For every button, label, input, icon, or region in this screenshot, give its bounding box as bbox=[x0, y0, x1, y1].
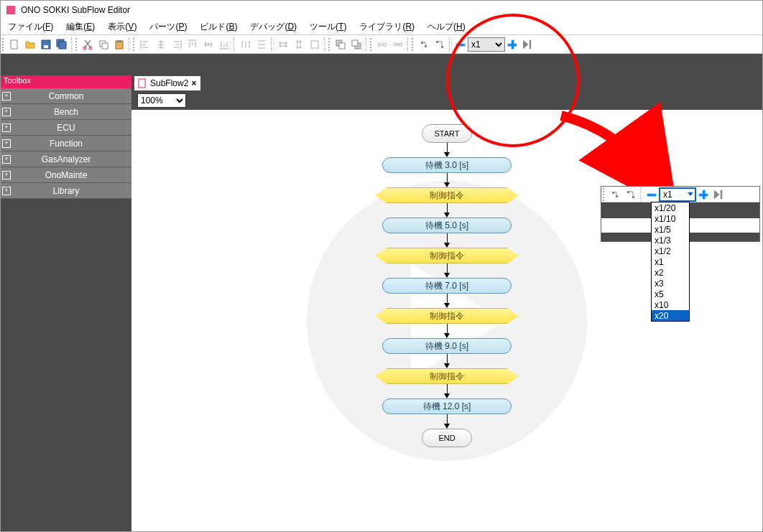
align-right-icon[interactable] bbox=[169, 37, 185, 52]
tab-subflow2[interactable]: SubFlow2 × bbox=[134, 76, 200, 90]
toolbox-item-bench[interactable]: +Bench bbox=[1, 104, 131, 120]
step-icon[interactable] bbox=[607, 187, 623, 202]
arrow-icon bbox=[444, 173, 450, 187]
tab-label: SubFlow2 bbox=[150, 78, 188, 88]
arrow-icon bbox=[444, 294, 450, 308]
new-file-icon[interactable] bbox=[6, 37, 22, 52]
send-back-icon[interactable] bbox=[348, 37, 364, 52]
command-node[interactable]: 制御指令 bbox=[375, 368, 519, 384]
bring-front-icon[interactable] bbox=[333, 37, 348, 52]
command-node[interactable]: 制御指令 bbox=[375, 308, 519, 324]
speed-option[interactable]: x3 bbox=[652, 278, 689, 289]
copy-icon[interactable] bbox=[96, 37, 111, 52]
toolbox-item-library[interactable]: +Library bbox=[1, 183, 131, 199]
align-center-h-icon[interactable] bbox=[153, 37, 169, 52]
process-node[interactable]: 待機 7.0 [s] bbox=[382, 278, 512, 294]
menu-file[interactable]: ファイル(F) bbox=[4, 19, 57, 34]
expand-icon[interactable]: + bbox=[2, 92, 11, 101]
menu-help[interactable]: ヘルプ(H) bbox=[423, 19, 470, 34]
svg-rect-37 bbox=[703, 190, 706, 199]
speed-option[interactable]: x1/2 bbox=[652, 246, 689, 256]
distribute-v-icon[interactable] bbox=[254, 37, 269, 52]
process-node[interactable]: 待機 3.0 [s] bbox=[382, 157, 512, 173]
step-forward-icon[interactable] bbox=[519, 37, 534, 52]
speed-minus-button[interactable] bbox=[453, 37, 468, 52]
tab-close-button[interactable]: × bbox=[191, 78, 196, 88]
same-height-icon[interactable] bbox=[291, 37, 307, 52]
expand-icon[interactable]: + bbox=[2, 139, 11, 148]
titlebar: ONO SOKKI SubFlow Editor bbox=[1, 1, 762, 19]
distribute-h-icon[interactable] bbox=[238, 37, 254, 52]
menu-edit[interactable]: 編集(E) bbox=[62, 19, 99, 34]
start-node[interactable]: START bbox=[422, 124, 472, 143]
speed-plus-button[interactable] bbox=[505, 37, 519, 52]
speed-minus-button[interactable] bbox=[644, 187, 659, 202]
command-node[interactable]: 制御指令 bbox=[375, 187, 519, 203]
speed-option[interactable]: x1/20 bbox=[652, 202, 689, 213]
speed-select[interactable]: x1 bbox=[468, 37, 505, 52]
toolbox-panel: Toolbox +Common +Bench +ECU +Function +G… bbox=[1, 75, 131, 531]
chevron-down-icon bbox=[688, 192, 693, 196]
step2-icon[interactable] bbox=[623, 187, 639, 202]
same-width-icon[interactable] bbox=[275, 37, 291, 52]
end-node[interactable]: END bbox=[422, 429, 472, 447]
speed-option[interactable]: x1/10 bbox=[652, 213, 689, 224]
same-size-icon[interactable] bbox=[307, 37, 323, 52]
speed-option[interactable]: x2 bbox=[652, 267, 689, 278]
menu-build[interactable]: ビルド(B) bbox=[195, 19, 241, 34]
open-folder-icon[interactable] bbox=[22, 37, 38, 52]
menubar: ファイル(F) 編集(E) 表示(V) パーツ(P) ビルド(B) デバッグ(D… bbox=[1, 19, 762, 35]
toolbox-item-onomainte[interactable]: +OnoMainte bbox=[1, 167, 131, 183]
expand-icon[interactable]: + bbox=[2, 187, 11, 195]
menu-tool[interactable]: ツール(T) bbox=[305, 19, 351, 34]
svg-rect-14 bbox=[339, 43, 345, 49]
align-bottom-icon[interactable] bbox=[216, 37, 232, 52]
align-middle-v-icon[interactable] bbox=[200, 37, 216, 52]
step-icon[interactable] bbox=[416, 37, 432, 52]
zoom-select[interactable]: 100% bbox=[137, 93, 186, 108]
toolbox-item-function[interactable]: +Function bbox=[1, 136, 131, 151]
svg-rect-33 bbox=[627, 191, 629, 193]
speed-option-highlighted[interactable]: x20 bbox=[652, 310, 689, 321]
link1-icon[interactable] bbox=[374, 37, 390, 52]
save-icon[interactable] bbox=[38, 37, 54, 52]
speed-option[interactable]: x1/5 bbox=[652, 224, 689, 235]
link2-icon[interactable] bbox=[390, 37, 406, 52]
cut-icon[interactable] bbox=[80, 37, 96, 52]
document-icon bbox=[137, 78, 147, 88]
align-left-icon[interactable] bbox=[137, 37, 153, 52]
step-forward-icon[interactable] bbox=[711, 187, 725, 202]
toolbox-item-gasanalyzer[interactable]: +GasAnalyzer bbox=[1, 151, 131, 167]
process-node[interactable]: 待機 5.0 [s] bbox=[382, 218, 512, 233]
step2-icon[interactable] bbox=[432, 37, 448, 52]
arrow-icon bbox=[444, 384, 450, 398]
speed-option[interactable]: x10 bbox=[652, 299, 689, 310]
speed-option[interactable]: x1/3 bbox=[652, 235, 689, 246]
command-node[interactable]: 制御指令 bbox=[375, 248, 519, 263]
svg-rect-24 bbox=[436, 41, 438, 43]
expand-icon[interactable]: + bbox=[2, 123, 11, 132]
menu-debug[interactable]: デバッグ(D) bbox=[246, 19, 301, 34]
speed-plus-button[interactable] bbox=[696, 187, 711, 202]
arrow-icon bbox=[444, 143, 450, 157]
arrow-icon bbox=[444, 233, 450, 248]
arrow-icon bbox=[444, 414, 450, 429]
svg-rect-18 bbox=[383, 43, 387, 46]
expand-icon[interactable]: + bbox=[2, 155, 11, 164]
process-node[interactable]: 待機 12.0 [s] bbox=[382, 398, 512, 414]
toolbox-item-ecu[interactable]: +ECU bbox=[1, 120, 131, 136]
save-all-icon[interactable] bbox=[54, 37, 70, 52]
speed-option[interactable]: x1 bbox=[652, 256, 689, 267]
speed-option[interactable]: x5 bbox=[652, 289, 689, 299]
menu-library[interactable]: ライブラリ(R) bbox=[355, 19, 419, 34]
menu-view[interactable]: 表示(V) bbox=[103, 19, 141, 34]
expand-icon[interactable]: + bbox=[2, 171, 11, 179]
zoom-bar: 100% bbox=[131, 91, 762, 110]
paste-icon[interactable] bbox=[111, 37, 127, 52]
expand-icon[interactable]: + bbox=[2, 108, 11, 116]
speed-select-open[interactable]: x1 bbox=[659, 187, 696, 202]
process-node[interactable]: 待機 9.0 [s] bbox=[382, 338, 512, 354]
align-top-icon[interactable] bbox=[185, 37, 200, 52]
menu-parts[interactable]: パーツ(P) bbox=[145, 19, 191, 34]
toolbox-item-common[interactable]: +Common bbox=[1, 88, 131, 104]
